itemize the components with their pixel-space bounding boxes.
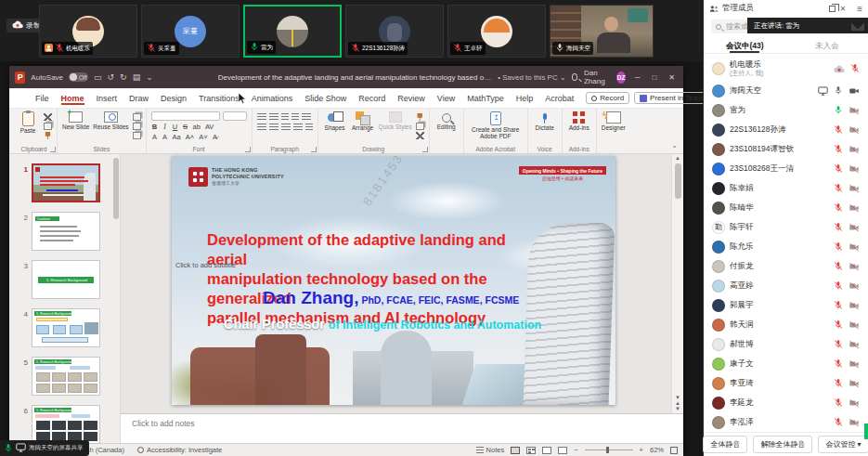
- mic-muted-icon[interactable]: [834, 239, 843, 255]
- collapse-ribbon-icon[interactable]: ⌄: [671, 141, 678, 150]
- video-tile[interactable]: 雷为: [243, 5, 342, 58]
- mic-on-icon[interactable]: [834, 83, 843, 99]
- columns-icon[interactable]: [305, 124, 313, 131]
- increase-indent-icon[interactable]: [291, 113, 299, 121]
- save-icon[interactable]: ▭: [94, 72, 102, 82]
- tab-animations[interactable]: Animations: [252, 94, 293, 103]
- zoom-level[interactable]: 62%: [650, 446, 664, 454]
- reset-slide-icon[interactable]: [133, 123, 141, 130]
- change-case-button[interactable]: Aa: [172, 133, 182, 141]
- participant-row[interactable]: 陈晴华: [704, 198, 868, 217]
- mic-muted-icon[interactable]: [834, 317, 843, 333]
- participant-row[interactable]: 22S136128孙涛: [704, 120, 868, 139]
- font-name-combo[interactable]: [151, 111, 220, 121]
- mic-muted-icon[interactable]: [834, 180, 843, 197]
- paste-button[interactable]: Paste: [16, 111, 40, 143]
- tab-acrobat[interactable]: Acrobat: [545, 94, 574, 103]
- participant-row[interactable]: 23S108194谭智钦: [704, 139, 868, 159]
- camera-off-icon[interactable]: [849, 414, 860, 431]
- participant-row[interactable]: 李亚琦: [704, 373, 868, 393]
- subtitle-placeholder[interactable]: Click to add subtitle: [175, 261, 236, 269]
- tab-home[interactable]: Home: [61, 94, 84, 103]
- camera-off-icon[interactable]: [849, 200, 860, 216]
- create-pdf-button[interactable]: Create and Share Adobe PDF: [469, 111, 523, 143]
- underline-button[interactable]: U: [172, 123, 179, 131]
- shape-outline-icon[interactable]: [416, 123, 424, 130]
- editing-button[interactable]: Editing: [434, 111, 459, 143]
- slide-title-textbox[interactable]: Development of the adaptive landing and …: [207, 230, 523, 328]
- camera-off-icon[interactable]: [849, 122, 860, 138]
- participant-row[interactable]: 康子文: [704, 354, 868, 373]
- participant-row[interactable]: 23S108268王一清: [704, 159, 868, 178]
- cut-icon[interactable]: [44, 113, 52, 121]
- slide-thumbnail-2[interactable]: Contents: [32, 212, 100, 251]
- mic-muted-icon[interactable]: [834, 297, 843, 314]
- slide-sorter-view-button[interactable]: [526, 447, 536, 454]
- participant-row[interactable]: 付振龙: [704, 256, 868, 276]
- mic-active-icon[interactable]: [834, 102, 843, 119]
- mic-muted-icon[interactable]: [834, 395, 843, 411]
- designer-button[interactable]: Designer: [602, 111, 626, 143]
- thumbnail-scrollbar[interactable]: [113, 158, 119, 219]
- tab-help[interactable]: Help: [516, 94, 534, 103]
- camera-off-icon[interactable]: [849, 278, 860, 294]
- video-tile[interactable]: 王卓轩: [447, 5, 546, 58]
- reading-view-button[interactable]: [542, 447, 551, 454]
- restore-button[interactable]: □: [649, 73, 659, 82]
- participant-row[interactable]: 韩天润: [704, 315, 868, 334]
- undo-icon[interactable]: ↺: [108, 72, 115, 82]
- align-left-icon[interactable]: [257, 124, 266, 131]
- video-tile[interactable]: 采蔓吴采蔓: [141, 5, 240, 58]
- mic-muted-icon[interactable]: [834, 375, 843, 392]
- video-tile[interactable]: 机电暖乐: [39, 5, 137, 58]
- justify-icon[interactable]: [293, 124, 303, 131]
- strikethrough-button[interactable]: S: [182, 123, 189, 131]
- notes-toggle[interactable]: Notes: [476, 446, 505, 454]
- slide-thumbnail-6[interactable]: 1. Research Background: [32, 405, 100, 444]
- font-dialog-launcher[interactable]: [245, 147, 251, 152]
- camera-off-icon[interactable]: [849, 297, 860, 314]
- mic-muted-icon[interactable]: [834, 219, 843, 236]
- reuse-slides-button[interactable]: Reuse Slides: [93, 111, 128, 143]
- camera-off-icon[interactable]: [849, 219, 860, 236]
- video-tile[interactable]: 22S136128孙涛: [345, 5, 444, 58]
- shrink-font-button[interactable]: A˅: [198, 133, 208, 141]
- panel-tab-not-joined[interactable]: 未入会: [786, 37, 868, 53]
- mute-all-button[interactable]: 全体静音: [703, 436, 747, 453]
- mic-muted-icon[interactable]: [834, 414, 843, 431]
- camera-off-icon[interactable]: [849, 395, 860, 411]
- align-center-icon[interactable]: [269, 124, 279, 131]
- mic-muted-icon[interactable]: [834, 278, 843, 294]
- search-icon[interactable]: [572, 73, 577, 81]
- participant-row[interactable]: 郝世博: [704, 334, 868, 354]
- mic-muted-icon[interactable]: [834, 122, 843, 138]
- bold-button[interactable]: B: [151, 123, 159, 131]
- text-shadow-button[interactable]: ab: [192, 123, 201, 131]
- camera-off-icon[interactable]: [849, 239, 860, 255]
- slide-layout-icon[interactable]: [133, 113, 141, 121]
- mic-muted-icon[interactable]: [834, 258, 843, 275]
- drawing-dialog-launcher[interactable]: [422, 147, 428, 152]
- present-in-teams-button[interactable]: Present in Teams: [634, 92, 713, 104]
- paragraph-dialog-launcher[interactable]: [311, 147, 317, 152]
- character-spacing-button[interactable]: AV: [204, 123, 214, 131]
- close-panel-icon[interactable]: ✕: [839, 5, 846, 13]
- tab-slide-show[interactable]: Slide Show: [304, 94, 346, 103]
- camera-off-icon[interactable]: [849, 317, 860, 333]
- unmute-all-button[interactable]: 解除全体静音: [753, 436, 812, 453]
- dictate-button[interactable]: Dictate: [533, 111, 557, 143]
- autosave-toggle[interactable]: Off: [69, 72, 88, 82]
- camera-off-icon[interactable]: [849, 258, 860, 275]
- slideshow-icon[interactable]: ▤: [133, 72, 141, 82]
- slide-thumbnail-4[interactable]: 1. Research Background: [32, 308, 100, 347]
- notes-pane[interactable]: Click to add notes: [121, 413, 683, 443]
- font-size-combo[interactable]: [223, 111, 247, 121]
- vertical-scrollbar[interactable]: ▲ ▼ ▲ ▼: [671, 154, 683, 413]
- tab-design[interactable]: Design: [161, 94, 187, 103]
- shape-effects-icon[interactable]: [416, 132, 424, 139]
- mic-muted-icon[interactable]: [834, 336, 843, 353]
- close-button[interactable]: ✕: [666, 73, 678, 82]
- slide-thumbnail-5[interactable]: 1. Research Background: [32, 357, 100, 396]
- participant-row[interactable]: 郭晨宇: [704, 295, 868, 315]
- clipboard-dialog-launcher[interactable]: [50, 147, 56, 152]
